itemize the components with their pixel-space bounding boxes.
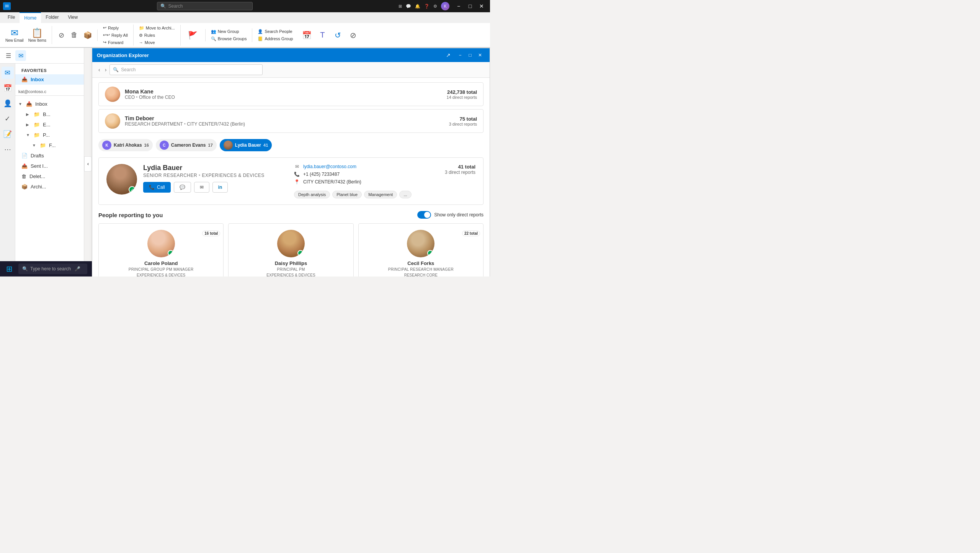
tim-avatar-img (105, 113, 120, 129)
rules-button[interactable]: ⚙ Rules (137, 32, 177, 39)
search-people-button[interactable]: 👤 Search People (255, 28, 295, 35)
collapse-sidebar-button[interactable]: ‹ (84, 156, 92, 172)
teams-icon: T (320, 31, 325, 39)
ribbon-tab-file[interactable]: File (3, 12, 20, 23)
nav-contacts-icon[interactable]: 👤 (2, 97, 14, 110)
breadcrumb-katri[interactable]: K Katri Ahokas 16 (98, 139, 153, 151)
taskbar-icon-5[interactable]: ⚙ (433, 4, 437, 9)
move-actions: 📁 Move to Archi... ⚙ Rules → Move (137, 25, 177, 46)
title-search-bar[interactable]: 🔍 Search (157, 2, 253, 10)
delete-button[interactable]: 🗑 (68, 29, 80, 41)
block-button[interactable]: ⊘ (346, 29, 360, 41)
mona-direct: 14 direct reports (447, 95, 477, 100)
title-search-text: Search (168, 3, 183, 9)
breadcrumb-lydia[interactable]: Lydia Bauer 41 (220, 139, 272, 151)
start-button[interactable]: ⊞ (3, 263, 15, 275)
contact-email-link[interactable]: lydia.bauer@contoso.com (303, 164, 356, 169)
sidebar-item-f[interactable]: ▼ 📁 F... (15, 140, 84, 151)
email-button[interactable]: ✉ (194, 182, 209, 193)
move-to-archive-button[interactable]: 📁 Move to Archi... (137, 25, 177, 31)
ribbon-tab-home[interactable]: Home (20, 12, 41, 23)
daisy-avatar-container (233, 230, 348, 257)
archive-button[interactable]: 📦 (81, 29, 94, 41)
sidebar-item-drafts[interactable]: 📄 Drafts (15, 151, 84, 161)
linkedin-button[interactable]: in (212, 182, 228, 193)
org-explorer-header: Organization Explorer ↗ − □ ✕ (92, 48, 490, 62)
calendar-icon: 📅 (302, 31, 312, 40)
move-button[interactable]: → Move (137, 39, 177, 46)
browse-groups-button[interactable]: 🔍 Browse Groups (209, 36, 249, 42)
org-search-bar[interactable]: 🔍 Search (109, 64, 263, 75)
sidebar-item-deleted[interactable]: 🗑 Delet... (15, 171, 84, 182)
sidebar-item-e[interactable]: ▶ 📁 E... (15, 119, 84, 130)
sidebar-item-sent[interactable]: 📤 Sent I... (15, 161, 84, 171)
minimize-button[interactable]: − (453, 1, 464, 11)
profile-actions: 📞 Call 💬 ✉ in (143, 182, 288, 193)
sent-icon: 📤 (21, 163, 28, 169)
cecil-total: 22 total (462, 231, 480, 236)
folder-icon: 📥 (26, 101, 32, 107)
sidebar-item-b[interactable]: ▶ 📁 B... (15, 109, 84, 119)
history-button[interactable]: ↺ (331, 29, 345, 41)
taskbar-icon-2[interactable]: 💬 (406, 4, 411, 9)
direct-reports-toggle[interactable] (417, 211, 431, 219)
new-email-button[interactable]: ✉ New Email (3, 26, 26, 44)
close-button[interactable]: ✕ (476, 1, 487, 11)
person-card-carole[interactable]: 16 total Carole Poland PRINCIPAL GROUP P… (98, 223, 224, 276)
respond-group: ↩ Reply ↩↩ Reply All ↪ Forward (101, 25, 134, 46)
pop-out-button[interactable]: ↗ (444, 51, 453, 60)
reply-button[interactable]: ↩ Reply (101, 25, 121, 31)
lydia-count: 41 (263, 143, 268, 147)
ribbon-tab-view[interactable]: View (63, 12, 82, 23)
breadcrumb-cameron[interactable]: C Cameron Evans 17 (156, 139, 217, 151)
tag-depth-analysis[interactable]: Depth analysis (294, 191, 330, 198)
call-button[interactable]: 📞 Call (143, 182, 171, 193)
taskbar-search[interactable]: 🔍 Type here to search 🎤 (18, 263, 87, 274)
ribbon-tab-folder[interactable]: Folder (41, 12, 63, 23)
nav-notes-icon[interactable]: 📝 (2, 128, 14, 140)
sidebar-item-inbox-favorite[interactable]: 📥 Inbox (15, 74, 84, 85)
sidebar-item-archive[interactable]: 📦 Archi... (15, 182, 84, 192)
tag-planet-blue[interactable]: Planet blue (332, 191, 362, 198)
address-group-button[interactable]: 📒 Address Group (255, 36, 295, 42)
user-avatar[interactable]: K (441, 2, 449, 10)
sidebar-item-p[interactable]: ▼ 📁 P... (15, 130, 84, 140)
mona-avatar-img (105, 87, 120, 102)
nav-forward-button[interactable]: › (103, 65, 108, 74)
flag-button[interactable]: 🚩 (184, 29, 202, 41)
delete-icon: 🗑 (71, 31, 78, 39)
sidebar-item-inbox[interactable]: ▼ 📥 Inbox (15, 99, 84, 109)
ignore-button[interactable]: ⊘ (55, 29, 67, 41)
hamburger-menu-button[interactable]: ☰ (3, 50, 14, 61)
person-card-daisy[interactable]: Daisy Phillips PRINCIPAL PM EXPERIENCES … (228, 223, 353, 276)
f-folder-icon: 📁 (40, 142, 46, 148)
sidebar-top-controls: ☰ ✉ (0, 48, 84, 64)
chat-button[interactable]: 💬 (174, 182, 191, 193)
taskbar-icon-4[interactable]: ❓ (424, 4, 430, 9)
org-minimize-button[interactable]: − (455, 50, 465, 60)
person-card-cecil[interactable]: 22 total Cecil Forks PRINCIPAL RESEARCH … (358, 223, 483, 276)
nav-calendar-icon[interactable]: 📅 (2, 82, 14, 94)
hierarchy-card-mona[interactable]: Mona Kane CEO • Office of the CEO 242,73… (98, 82, 483, 106)
mail-nav-button[interactable]: ✉ (15, 50, 26, 61)
reply-all-button[interactable]: ↩↩ Reply All (101, 32, 130, 38)
forward-button[interactable]: ↪ Forward (101, 39, 126, 46)
new-group-button[interactable]: 👥 New Group (209, 28, 249, 35)
calender-button[interactable]: 📅 (300, 29, 314, 41)
search-icon: 🔍 (160, 3, 166, 9)
nav-back-button[interactable]: ‹ (97, 65, 102, 74)
nav-mail-icon[interactable]: ✉ (2, 67, 14, 79)
taskbar-icon-1[interactable]: ⊞ (399, 4, 402, 9)
move-archive-label: Move to Archi... (146, 26, 175, 30)
tag-management[interactable]: Management (364, 191, 397, 198)
taskbar-icon-3[interactable]: 🔔 (415, 4, 420, 9)
new-items-button[interactable]: 📋 New Items (26, 26, 49, 44)
org-maximize-button[interactable]: □ (465, 50, 475, 60)
nav-more-icon[interactable]: ⋯ (2, 143, 14, 155)
teams-button[interactable]: T (315, 29, 329, 41)
tag-more[interactable]: ... (399, 191, 411, 198)
hierarchy-card-tim[interactable]: Tim Deboer RESEARCH DEPARTMENT • CITY CE… (98, 109, 483, 133)
nav-tasks-icon[interactable]: ✓ (2, 113, 14, 125)
maximize-button[interactable]: □ (465, 1, 475, 11)
org-close-button[interactable]: ✕ (475, 50, 485, 60)
